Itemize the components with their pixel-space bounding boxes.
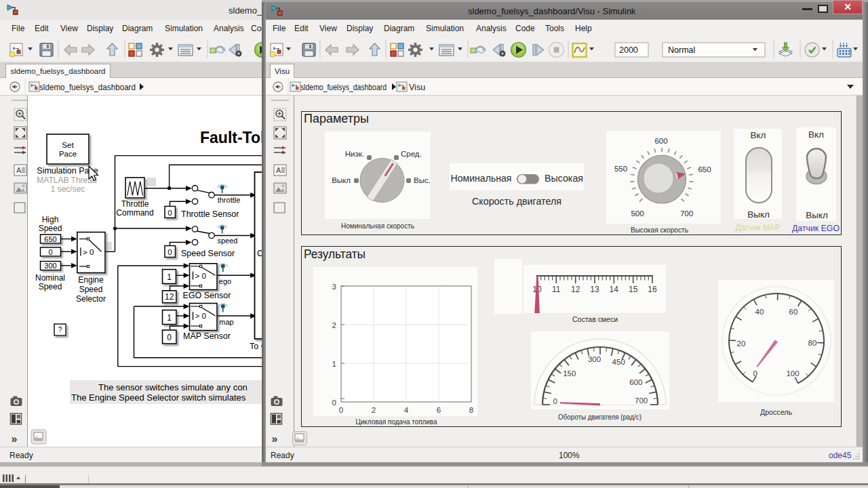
svg-text:Выкл: Выкл: [332, 176, 351, 184]
svg-text:Скорость двигателя: Скорость двигателя: [472, 195, 561, 207]
svg-text:Pace: Pace: [59, 150, 77, 158]
svg-text:> 0: > 0: [83, 248, 94, 256]
svg-text:A: A: [16, 166, 22, 174]
svg-text:3: 3: [332, 283, 336, 291]
svg-text:Throttle: Throttle: [121, 199, 149, 209]
svg-text:11: 11: [552, 285, 561, 294]
svg-text:Normal: Normal: [668, 45, 695, 55]
svg-text:0: 0: [553, 397, 557, 405]
svg-text:A: A: [276, 166, 281, 174]
svg-text:sldemo_fuelsys_dashboard: sldemo_fuelsys_dashboard: [300, 83, 387, 92]
svg-text:600: 600: [654, 137, 667, 145]
svg-text:Цикловая подача топлива: Цикловая подача топлива: [356, 418, 438, 426]
svg-text:Выкл: Выкл: [806, 210, 828, 220]
svg-text:sldemo_fuelsys_dashboard: sldemo_fuelsys_dashboard: [39, 83, 136, 92]
svg-text:700: 700: [680, 209, 693, 218]
svg-text:Дроссель: Дроссель: [760, 408, 792, 416]
svg-text:Высокая: Высокая: [545, 172, 583, 184]
svg-text:map: map: [219, 318, 233, 326]
svg-text:Выкл: Выкл: [747, 209, 770, 220]
svg-text:300: 300: [44, 262, 56, 270]
svg-text:Speed: Speed: [79, 285, 103, 294]
svg-text:speed: speed: [218, 237, 238, 245]
svg-text:2: 2: [372, 406, 376, 414]
svg-text:Вкл: Вкл: [808, 129, 824, 140]
svg-text:13: 13: [590, 285, 599, 294]
svg-text:Сред.: Сред.: [401, 150, 422, 158]
svg-text:Вкл: Вкл: [751, 130, 766, 140]
svg-text:2000: 2000: [619, 45, 638, 55]
svg-text:4: 4: [404, 406, 409, 414]
svg-text:Результаты: Результаты: [304, 247, 366, 261]
svg-text:550: 550: [614, 165, 627, 173]
svg-text:0: 0: [753, 369, 757, 378]
svg-text:Номинальная: Номинальная: [451, 172, 512, 184]
svg-text:16: 16: [648, 285, 657, 294]
svg-text:The Engine Speed Selector swit: The Engine Speed Selector switch simulat…: [71, 392, 246, 403]
svg-text:Speed: Speed: [39, 224, 62, 233]
svg-text:150: 150: [563, 369, 576, 378]
svg-text:Fault-Tol: Fault-Tol: [200, 129, 264, 146]
svg-text:8: 8: [469, 406, 473, 414]
svg-text:0: 0: [167, 248, 172, 256]
svg-text:Speed: Speed: [39, 282, 62, 291]
svg-text:6: 6: [437, 406, 441, 414]
svg-text:0: 0: [332, 399, 336, 407]
svg-text:650: 650: [44, 235, 56, 243]
svg-text:Engine: Engine: [78, 275, 104, 285]
svg-text:500: 500: [631, 209, 644, 218]
svg-text:12: 12: [165, 292, 174, 302]
svg-text:Датчик MAP: Датчик MAP: [736, 223, 781, 232]
svg-text:40: 40: [755, 308, 764, 316]
svg-text:0: 0: [339, 406, 343, 414]
svg-text:450: 450: [612, 358, 625, 366]
svg-text:1 sec/sec: 1 sec/sec: [51, 184, 85, 194]
svg-text:Visu: Visu: [409, 83, 425, 92]
svg-text:> 0: > 0: [195, 312, 206, 320]
svg-text:MATLAB Thread: MATLAB Thread: [37, 176, 96, 185]
svg-text:700: 700: [635, 396, 648, 405]
svg-text:Выс.: Выс.: [414, 176, 431, 184]
svg-text:80: 80: [808, 339, 817, 347]
svg-text:0: 0: [48, 248, 52, 256]
svg-text:15: 15: [629, 285, 638, 294]
svg-text:Command: Command: [116, 208, 153, 218]
svg-text:60: 60: [789, 308, 798, 316]
svg-text:Throttle Sensor: Throttle Sensor: [181, 209, 239, 219]
svg-text:High: High: [42, 215, 59, 224]
svg-text:Speed Sensor: Speed Sensor: [181, 249, 235, 258]
svg-text:2: 2: [332, 321, 336, 329]
svg-text:100: 100: [786, 369, 799, 378]
svg-text:Selector: Selector: [76, 294, 106, 304]
svg-text:throttle: throttle: [218, 196, 241, 204]
svg-text:0: 0: [167, 209, 172, 217]
svg-text:Обороты двигателя (рад/с): Обороты двигателя (рад/с): [558, 413, 642, 421]
svg-text:»: »: [272, 433, 278, 445]
svg-text:1: 1: [167, 313, 172, 323]
svg-text:20: 20: [737, 340, 746, 348]
svg-text:Состав смеси: Состав смеси: [572, 315, 618, 323]
svg-text:Параметры: Параметры: [304, 112, 369, 125]
svg-text:The sensor switches simulate a: The sensor switches simulate any con: [98, 382, 248, 392]
svg-text:> 0: > 0: [195, 272, 206, 280]
svg-text:1: 1: [167, 272, 172, 282]
svg-text:Датчик EGO: Датчик EGO: [792, 224, 840, 233]
svg-text:Номинальная скорость: Номинальная скорость: [341, 222, 414, 230]
svg-text:EGO Sensor: EGO Sensor: [183, 291, 231, 300]
svg-text:0: 0: [167, 333, 172, 342]
svg-text:12: 12: [571, 285, 580, 294]
svg-text:Высокая скорость: Высокая скорость: [631, 226, 688, 234]
svg-text:Nominal: Nominal: [35, 273, 65, 283]
svg-text:?: ?: [58, 326, 62, 333]
svg-text:»: »: [12, 433, 18, 445]
svg-text:650: 650: [698, 165, 711, 174]
svg-text:1: 1: [332, 360, 336, 368]
svg-text:ego: ego: [219, 277, 231, 285]
svg-text:Set: Set: [62, 141, 74, 149]
svg-text:MAP Sensor: MAP Sensor: [183, 331, 231, 341]
svg-text:600: 600: [629, 378, 642, 386]
svg-text:Низк.: Низк.: [345, 150, 364, 158]
svg-text:14: 14: [610, 285, 619, 294]
svg-text:300: 300: [588, 355, 601, 363]
